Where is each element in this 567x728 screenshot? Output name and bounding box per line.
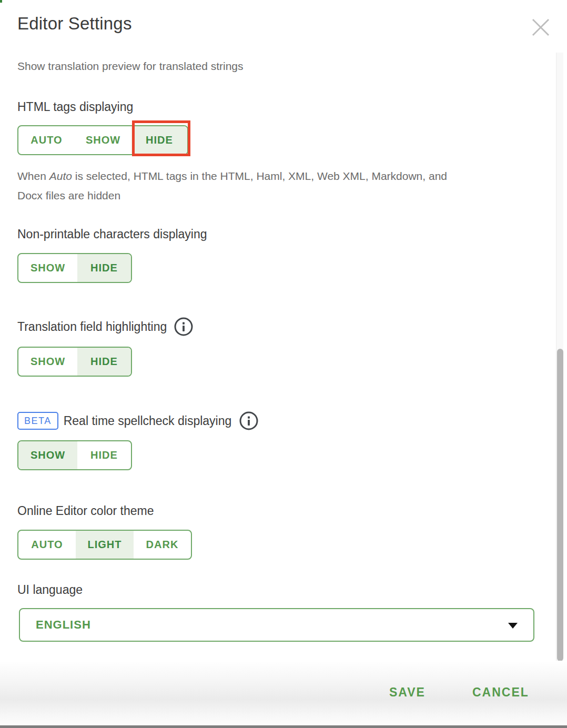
- note-line-1: When Auto is selected, HTML tags in the …: [17, 166, 447, 186]
- editor-settings-dialog: Editor Settings Show translation preview…: [0, 0, 567, 728]
- option-hide[interactable]: HIDE: [77, 348, 131, 376]
- setting-label-non-printable: Non-printable characters displaying: [17, 227, 207, 241]
- close-button[interactable]: [530, 17, 551, 38]
- setting-label-html-tags: HTML tags displaying: [17, 99, 133, 114]
- window-bottom-edge: [0, 725, 567, 728]
- info-button[interactable]: [239, 411, 259, 431]
- page-title: Editor Settings: [17, 14, 132, 34]
- info-button[interactable]: [174, 317, 194, 337]
- setting-preview-label: Show translation preview for translated …: [17, 59, 244, 74]
- setting-label-ui-language: UI language: [17, 582, 83, 597]
- setting-label-field-highlighting: Translation field highlighting: [17, 319, 167, 334]
- option-dark[interactable]: DARK: [134, 531, 191, 559]
- ui-language-select[interactable]: ENGLISH: [19, 608, 534, 642]
- beta-badge: BETA: [17, 412, 58, 430]
- corner-artifact: [0, 0, 2, 3]
- setting-label-spellcheck: Real time spellcheck displaying: [64, 413, 232, 428]
- scrollbar-thumb[interactable]: [557, 349, 563, 661]
- option-show[interactable]: SHOW: [18, 348, 77, 376]
- segmented-control-spellcheck: SHOW HIDE: [17, 440, 132, 470]
- option-show[interactable]: SHOW: [75, 126, 131, 154]
- scrollbar-track[interactable]: [556, 53, 563, 662]
- setting-label-color-theme: Online Editor color theme: [17, 503, 154, 518]
- option-auto[interactable]: AUTO: [18, 531, 76, 559]
- segmented-control-field-highlighting: SHOW HIDE: [17, 347, 132, 377]
- caret-down-icon: [508, 623, 518, 629]
- option-hide[interactable]: HIDE: [77, 254, 131, 282]
- cancel-button[interactable]: CANCEL: [472, 684, 529, 701]
- option-hide[interactable]: HIDE: [131, 126, 187, 154]
- option-hide[interactable]: HIDE: [77, 441, 131, 469]
- option-show[interactable]: SHOW: [18, 254, 77, 282]
- info-icon: [239, 424, 259, 432]
- close-icon: [531, 31, 550, 38]
- setting-row-field-highlighting: Translation field highlighting: [17, 317, 194, 337]
- info-icon: [174, 330, 194, 338]
- setting-row-spellcheck: BETA Real time spellcheck displaying: [17, 411, 259, 431]
- save-button[interactable]: SAVE: [389, 684, 426, 701]
- option-auto[interactable]: AUTO: [18, 126, 75, 154]
- option-show[interactable]: SHOW: [18, 441, 77, 469]
- option-light[interactable]: LIGHT: [76, 531, 134, 559]
- setting-note-html-tags: When Auto is selected, HTML tags in the …: [17, 166, 447, 205]
- note-line-2: Docx files are hidden: [17, 186, 447, 205]
- segmented-control-non-printable: SHOW HIDE: [17, 253, 132, 283]
- segmented-control-html-tags: AUTO SHOW HIDE: [17, 125, 188, 155]
- segmented-control-color-theme: AUTO LIGHT DARK: [17, 530, 192, 560]
- ui-language-value: ENGLISH: [36, 618, 91, 632]
